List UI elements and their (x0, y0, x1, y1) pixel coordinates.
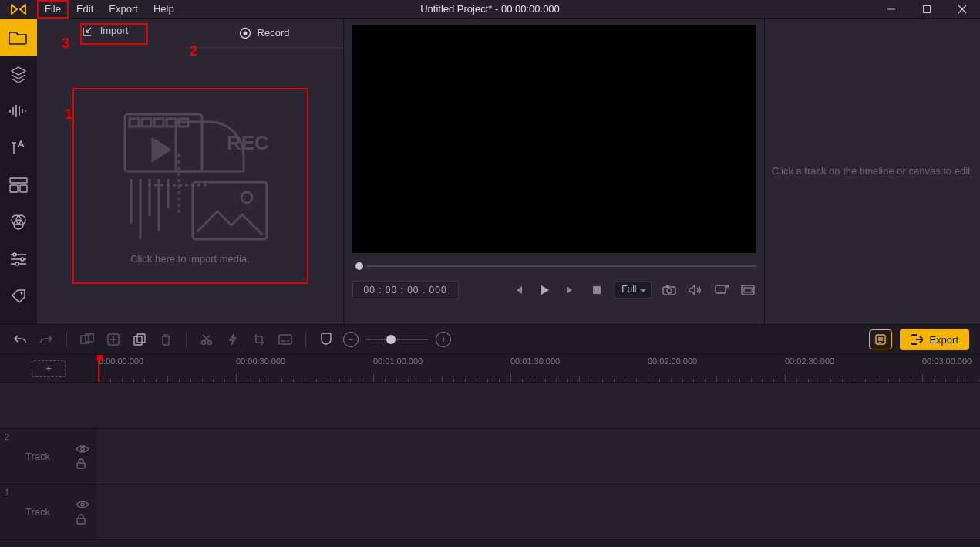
svg-rect-44 (666, 285, 669, 288)
playhead[interactable] (98, 355, 99, 382)
zoom-out-button[interactable]: − (343, 332, 359, 347)
import-button[interactable]: Import (80, 23, 148, 45)
tool-crop-icon[interactable] (250, 330, 268, 349)
svg-point-65 (81, 503, 84, 506)
rail-filters[interactable] (0, 204, 37, 241)
preview-scrubber[interactable] (352, 264, 756, 272)
maximize-button[interactable] (909, 0, 945, 19)
ruler-label: 00:01:00.000 (373, 356, 423, 366)
svg-point-56 (208, 341, 212, 345)
import-label: Import (100, 25, 129, 36)
svg-rect-28 (154, 119, 163, 127)
tool-group-icon[interactable] (78, 330, 96, 349)
svg-rect-12 (20, 185, 27, 192)
ruler-label: 00:01:30.000 (510, 356, 560, 366)
ruler-label: 00:02:00.000 (648, 356, 697, 366)
record-button[interactable]: Record (185, 19, 343, 48)
rail-elements[interactable] (0, 278, 37, 315)
undo-button[interactable] (11, 330, 29, 349)
svg-point-19 (13, 253, 16, 256)
minimize-button[interactable] (874, 0, 909, 19)
svg-rect-64 (77, 463, 85, 468)
dropzone-text: Click here to import media. (130, 253, 250, 265)
tool-add-icon[interactable] (104, 330, 123, 349)
tool-copy-icon[interactable] (130, 330, 149, 349)
menu-edit[interactable]: Edit (69, 0, 101, 19)
track-header[interactable]: 2Track (0, 429, 97, 484)
svg-text:REC: REC (227, 131, 269, 154)
import-icon (82, 26, 93, 37)
rail-audio[interactable] (0, 93, 37, 130)
lock-icon[interactable] (76, 458, 89, 469)
svg-rect-45 (716, 285, 726, 293)
export-button[interactable]: Export (900, 329, 969, 350)
export-label: Export (929, 334, 958, 346)
track-lane[interactable] (97, 485, 980, 539)
timeline-empty-area[interactable] (0, 383, 980, 429)
menu-help[interactable]: Help (146, 0, 182, 19)
tool-caption-icon[interactable] (276, 330, 295, 349)
tag-icon (10, 288, 27, 305)
waveform-icon (8, 104, 29, 118)
folder-icon (9, 29, 28, 45)
timeline-ruler[interactable]: 0:00:00.00000:00:30.00000:01:00.00000:01… (97, 355, 980, 382)
record-icon (239, 27, 251, 39)
svg-rect-41 (593, 286, 601, 294)
rail-templates[interactable] (0, 167, 37, 204)
menu-export[interactable]: Export (101, 0, 146, 19)
redo-button[interactable] (37, 330, 56, 349)
svg-rect-11 (10, 185, 18, 192)
volume-button[interactable] (687, 282, 704, 299)
lock-icon[interactable] (76, 514, 89, 525)
svg-rect-53 (134, 336, 142, 345)
visibility-icon[interactable] (76, 444, 89, 454)
visibility-icon[interactable] (76, 500, 89, 509)
venn-icon (9, 213, 28, 231)
ruler-label: 0:00:00.000 (99, 356, 143, 366)
tool-cut-icon[interactable] (197, 330, 216, 349)
rail-layers[interactable] (0, 56, 37, 93)
fullscreen-button[interactable] (739, 282, 756, 299)
dropzone-art-icon: REC (102, 108, 279, 247)
svg-rect-47 (744, 288, 752, 292)
track-label: Track (8, 506, 68, 518)
close-button[interactable] (945, 0, 980, 19)
svg-point-24 (243, 31, 247, 35)
next-frame-button[interactable] (562, 282, 579, 299)
rail-media[interactable] (0, 19, 37, 56)
detach-button[interactable] (713, 282, 730, 299)
export-icon (911, 334, 923, 345)
stop-button[interactable] (588, 282, 605, 299)
tool-marker-icon[interactable] (317, 330, 335, 349)
preview-viewport[interactable] (352, 25, 756, 253)
prev-frame-button[interactable] (510, 282, 527, 299)
svg-rect-66 (77, 518, 85, 524)
menu-file[interactable]: File (37, 0, 69, 19)
template-icon (9, 177, 28, 193)
layers-icon (9, 65, 28, 83)
render-preview-button[interactable] (869, 329, 892, 349)
svg-point-21 (15, 262, 19, 265)
track-header[interactable]: 1Track (0, 485, 97, 539)
svg-rect-27 (142, 119, 151, 127)
media-drop-zone[interactable]: REC Click here to import media. (72, 88, 308, 284)
ruler-label: 00:03:00.000 (922, 356, 972, 366)
properties-hint: Click a track on the timeline or canvas … (772, 164, 974, 180)
tool-speed-icon[interactable] (224, 330, 242, 349)
snapshot-button[interactable] (661, 282, 678, 299)
svg-point-37 (241, 192, 252, 203)
text-icon (10, 140, 27, 157)
play-button[interactable] (536, 282, 553, 299)
app-logo (0, 0, 37, 19)
preview-zoom-select[interactable]: Full (615, 282, 651, 299)
rail-transitions[interactable] (0, 241, 37, 278)
track-lane[interactable] (97, 429, 980, 484)
add-track-button[interactable]: + (32, 360, 66, 377)
tool-delete-icon[interactable] (157, 330, 175, 349)
svg-point-55 (202, 341, 206, 345)
rail-text[interactable] (0, 130, 37, 167)
record-label: Record (258, 27, 290, 39)
zoom-in-button[interactable]: + (436, 332, 451, 347)
zoom-slider[interactable] (366, 339, 428, 340)
svg-rect-10 (10, 178, 27, 183)
